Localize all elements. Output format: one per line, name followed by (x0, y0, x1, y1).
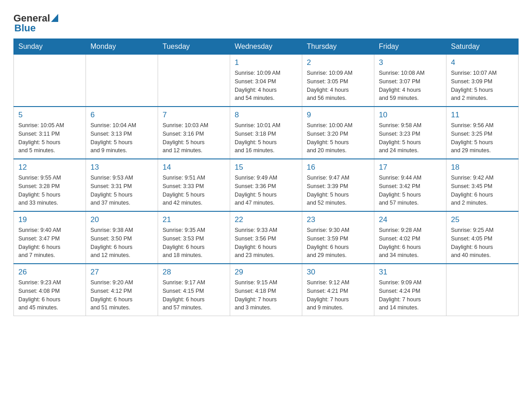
weekday-header-tuesday: Tuesday (158, 39, 230, 55)
calendar-empty-cell (446, 264, 519, 316)
day-number: 27 (90, 268, 153, 277)
day-info: Sunrise: 9:47 AMSunset: 3:39 PMDaylight:… (307, 174, 369, 207)
day-number: 13 (90, 163, 153, 172)
calendar-day-30: 30Sunrise: 9:12 AMSunset: 4:21 PMDayligh… (302, 264, 374, 316)
day-number: 20 (90, 215, 153, 224)
calendar-day-12: 12Sunrise: 9:55 AMSunset: 3:28 PMDayligh… (14, 159, 86, 211)
day-number: 23 (307, 215, 369, 224)
day-number: 15 (235, 163, 297, 172)
weekday-header-monday: Monday (86, 39, 158, 55)
day-number: 28 (163, 268, 225, 277)
svg-marker-0 (51, 14, 58, 22)
day-number: 24 (379, 215, 442, 224)
day-number: 26 (18, 268, 81, 277)
day-number: 8 (235, 111, 297, 120)
calendar-day-22: 22Sunrise: 9:33 AMSunset: 3:56 PMDayligh… (230, 211, 302, 264)
weekday-header-wednesday: Wednesday (230, 39, 302, 55)
calendar-day-27: 27Sunrise: 9:20 AMSunset: 4:12 PMDayligh… (86, 264, 158, 316)
day-info: Sunrise: 10:04 AMSunset: 3:13 PMDaylight… (90, 121, 153, 155)
day-number: 9 (307, 111, 369, 120)
day-info: Sunrise: 9:51 AMSunset: 3:33 PMDaylight:… (163, 174, 225, 207)
calendar-day-2: 2Sunrise: 10:09 AMSunset: 3:05 PMDayligh… (302, 55, 374, 107)
day-number: 17 (379, 163, 442, 172)
day-number: 25 (451, 215, 514, 224)
calendar-day-10: 10Sunrise: 9:58 AMSunset: 3:23 PMDayligh… (374, 107, 446, 159)
calendar-week-row: 5Sunrise: 10:05 AMSunset: 3:11 PMDayligh… (14, 107, 519, 159)
calendar-day-17: 17Sunrise: 9:44 AMSunset: 3:42 PMDayligh… (374, 159, 446, 211)
day-number: 5 (18, 111, 81, 120)
day-info: Sunrise: 10:00 AMSunset: 3:20 PMDaylight… (307, 121, 369, 155)
day-info: Sunrise: 9:35 AMSunset: 3:53 PMDaylight:… (163, 226, 225, 260)
day-info: Sunrise: 9:42 AMSunset: 3:45 PMDaylight:… (451, 174, 514, 207)
weekday-header-saturday: Saturday (446, 39, 519, 55)
calendar-day-19: 19Sunrise: 9:40 AMSunset: 3:47 PMDayligh… (14, 211, 86, 264)
calendar-week-row: 1Sunrise: 10:09 AMSunset: 3:04 PMDayligh… (14, 55, 519, 107)
day-number: 1 (235, 58, 297, 67)
day-info: Sunrise: 10:07 AMSunset: 3:09 PMDaylight… (451, 69, 514, 103)
day-info: Sunrise: 9:49 AMSunset: 3:36 PMDaylight:… (235, 174, 297, 207)
day-info: Sunrise: 9:44 AMSunset: 3:42 PMDaylight:… (379, 174, 442, 207)
day-info: Sunrise: 10:03 AMSunset: 3:16 PMDaylight… (163, 121, 225, 155)
calendar-day-28: 28Sunrise: 9:17 AMSunset: 4:15 PMDayligh… (158, 264, 230, 316)
calendar-day-20: 20Sunrise: 9:38 AMSunset: 3:50 PMDayligh… (86, 211, 158, 264)
day-number: 30 (307, 268, 369, 277)
calendar-day-26: 26Sunrise: 9:23 AMSunset: 4:08 PMDayligh… (14, 264, 86, 316)
day-number: 22 (235, 215, 297, 224)
day-info: Sunrise: 9:30 AMSunset: 3:59 PMDaylight:… (307, 226, 369, 260)
day-info: Sunrise: 9:40 AMSunset: 3:47 PMDaylight:… (18, 226, 81, 260)
day-info: Sunrise: 9:17 AMSunset: 4:15 PMDaylight:… (163, 278, 225, 312)
day-number: 29 (235, 268, 297, 277)
calendar-day-8: 8Sunrise: 10:01 AMSunset: 3:18 PMDayligh… (230, 107, 302, 159)
calendar-day-24: 24Sunrise: 9:28 AMSunset: 4:02 PMDayligh… (374, 211, 446, 264)
weekday-header-sunday: Sunday (14, 39, 86, 55)
calendar-empty-cell (158, 55, 230, 107)
calendar-day-29: 29Sunrise: 9:15 AMSunset: 4:18 PMDayligh… (230, 264, 302, 316)
calendar-table: SundayMondayTuesdayWednesdayThursdayFrid… (13, 39, 519, 316)
weekday-header-row: SundayMondayTuesdayWednesdayThursdayFrid… (14, 39, 519, 55)
weekday-header-friday: Friday (374, 39, 446, 55)
calendar-day-21: 21Sunrise: 9:35 AMSunset: 3:53 PMDayligh… (158, 211, 230, 264)
day-info: Sunrise: 9:38 AMSunset: 3:50 PMDaylight:… (90, 226, 153, 260)
day-info: Sunrise: 10:05 AMSunset: 3:11 PMDaylight… (18, 121, 81, 155)
calendar-day-3: 3Sunrise: 10:08 AMSunset: 3:07 PMDayligh… (374, 55, 446, 107)
day-number: 12 (18, 163, 81, 172)
weekday-header-thursday: Thursday (302, 39, 374, 55)
logo-triangle-icon (51, 14, 58, 22)
day-info: Sunrise: 9:15 AMSunset: 4:18 PMDaylight:… (235, 278, 297, 312)
day-info: Sunrise: 9:55 AMSunset: 3:28 PMDaylight:… (18, 174, 81, 207)
day-info: Sunrise: 9:23 AMSunset: 4:08 PMDaylight:… (18, 278, 81, 312)
day-number: 6 (90, 111, 153, 120)
calendar-day-15: 15Sunrise: 9:49 AMSunset: 3:36 PMDayligh… (230, 159, 302, 211)
day-number: 19 (18, 215, 81, 224)
calendar-day-1: 1Sunrise: 10:09 AMSunset: 3:04 PMDayligh… (230, 55, 302, 107)
calendar-day-4: 4Sunrise: 10:07 AMSunset: 3:09 PMDayligh… (446, 55, 519, 107)
logo: General Blue (13, 13, 58, 34)
calendar-day-23: 23Sunrise: 9:30 AMSunset: 3:59 PMDayligh… (302, 211, 374, 264)
calendar-day-11: 11Sunrise: 9:56 AMSunset: 3:25 PMDayligh… (446, 107, 519, 159)
calendar-week-row: 26Sunrise: 9:23 AMSunset: 4:08 PMDayligh… (14, 264, 519, 316)
calendar-day-16: 16Sunrise: 9:47 AMSunset: 3:39 PMDayligh… (302, 159, 374, 211)
day-number: 7 (163, 111, 225, 120)
calendar-week-row: 19Sunrise: 9:40 AMSunset: 3:47 PMDayligh… (14, 211, 519, 264)
day-number: 3 (379, 58, 442, 67)
day-info: Sunrise: 10:01 AMSunset: 3:18 PMDaylight… (235, 121, 297, 155)
calendar-day-7: 7Sunrise: 10:03 AMSunset: 3:16 PMDayligh… (158, 107, 230, 159)
calendar-day-18: 18Sunrise: 9:42 AMSunset: 3:45 PMDayligh… (446, 159, 519, 211)
calendar-day-5: 5Sunrise: 10:05 AMSunset: 3:11 PMDayligh… (14, 107, 86, 159)
day-info: Sunrise: 9:53 AMSunset: 3:31 PMDaylight:… (90, 174, 153, 207)
day-number: 11 (451, 111, 514, 120)
day-number: 18 (451, 163, 514, 172)
calendar-day-25: 25Sunrise: 9:25 AMSunset: 4:05 PMDayligh… (446, 211, 519, 264)
page-header: General Blue (13, 9, 519, 34)
calendar-day-31: 31Sunrise: 9:09 AMSunset: 4:24 PMDayligh… (374, 264, 446, 316)
calendar-day-9: 9Sunrise: 10:00 AMSunset: 3:20 PMDayligh… (302, 107, 374, 159)
calendar-day-6: 6Sunrise: 10:04 AMSunset: 3:13 PMDayligh… (86, 107, 158, 159)
day-info: Sunrise: 9:20 AMSunset: 4:12 PMDaylight:… (90, 278, 153, 312)
day-info: Sunrise: 10:08 AMSunset: 3:07 PMDaylight… (379, 69, 442, 103)
day-number: 21 (163, 215, 225, 224)
day-info: Sunrise: 9:33 AMSunset: 3:56 PMDaylight:… (235, 226, 297, 260)
day-info: Sunrise: 9:25 AMSunset: 4:05 PMDaylight:… (451, 226, 514, 260)
calendar-empty-cell (14, 55, 86, 107)
logo: General Blue (13, 13, 58, 34)
calendar-empty-cell (86, 55, 158, 107)
